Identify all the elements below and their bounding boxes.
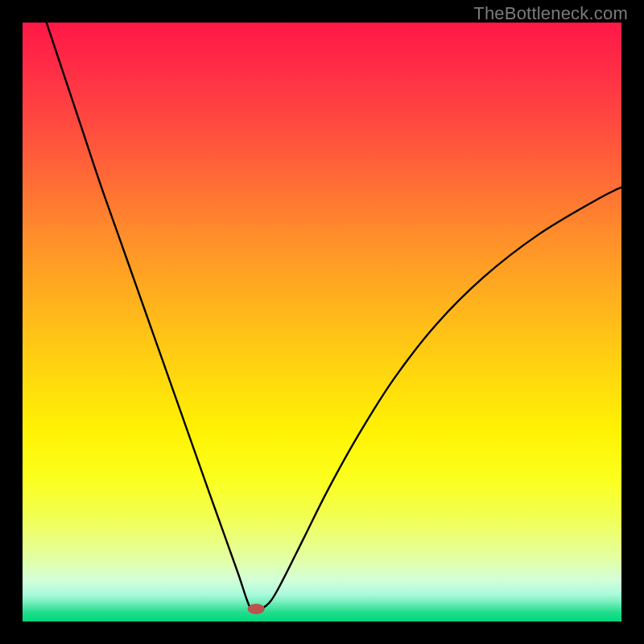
watermark-text: TheBottleneck.com — [473, 3, 628, 24]
curve-layer — [23, 23, 621, 621]
plot-area — [23, 23, 621, 621]
bottleneck-curve — [47, 23, 621, 610]
chart-frame: TheBottleneck.com — [0, 0, 644, 644]
optimal-point-marker — [248, 604, 265, 614]
